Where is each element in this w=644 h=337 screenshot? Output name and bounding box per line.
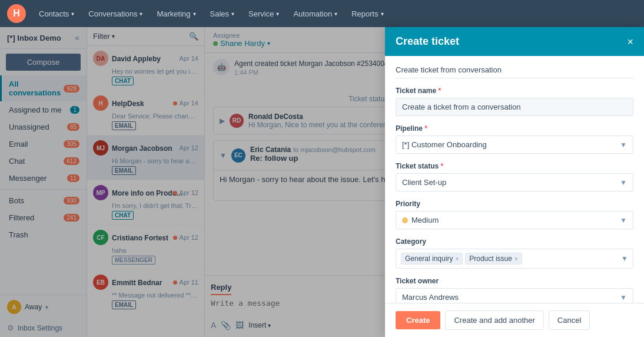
- category-tags[interactable]: General inquiry × Product issue × ▼: [396, 249, 633, 269]
- ticket-status-label: Ticket status *: [396, 162, 633, 170]
- chevron-down-icon: ▾: [193, 11, 196, 17]
- category-label: Category: [396, 237, 633, 246]
- cancel-button[interactable]: Cancel: [549, 310, 590, 330]
- nav-contacts[interactable]: Contacts ▾: [33, 0, 80, 27]
- priority-field: Priority Medium ▼: [396, 200, 633, 229]
- close-icon[interactable]: ×: [627, 37, 633, 47]
- nav-sales[interactable]: Sales ▾: [204, 0, 241, 27]
- create-ticket-panel: Create ticket × Create ticket from conve…: [385, 27, 644, 337]
- tag-remove-icon[interactable]: ×: [514, 256, 518, 262]
- top-nav: H Contacts ▾ Conversations ▾ Marketing ▾…: [0, 0, 644, 27]
- nav-automation[interactable]: Automation ▾: [287, 0, 343, 27]
- pipeline-field: Pipeline * [*] Customer Onboarding ▼: [396, 124, 633, 154]
- tag-remove-icon[interactable]: ×: [455, 256, 459, 262]
- panel-title: Create ticket: [396, 35, 459, 48]
- nav-conversations[interactable]: Conversations ▾: [82, 0, 148, 27]
- chevron-down-icon: ▼: [620, 141, 627, 149]
- ticket-status-field: Ticket status * Client Set-up ▼: [396, 162, 633, 191]
- logo-icon: H: [13, 8, 20, 19]
- chevron-down-icon: ▼: [620, 216, 627, 224]
- chevron-down-icon: ▼: [621, 255, 628, 263]
- priority-label: Priority: [396, 200, 633, 208]
- priority-dot-icon: [402, 217, 408, 223]
- ticket-name-input[interactable]: [396, 98, 633, 116]
- chevron-down-icon: ▾: [276, 11, 279, 17]
- panel-body: Create ticket from conversation Ticket n…: [385, 56, 644, 303]
- nav-service[interactable]: Service ▾: [243, 0, 285, 27]
- chevron-down-icon: ▾: [334, 11, 337, 17]
- ticket-name-field: Ticket name *: [396, 87, 633, 116]
- modal-overlay: Create ticket × Create ticket from conve…: [0, 27, 644, 337]
- create-and-another-button[interactable]: Create and add another: [445, 310, 543, 330]
- chevron-down-icon: ▾: [231, 11, 234, 17]
- chevron-down-icon: ▾: [71, 11, 74, 17]
- chevron-down-icon: ▼: [620, 179, 627, 187]
- ticket-status-select[interactable]: Client Set-up ▼: [396, 173, 633, 191]
- panel-subtitle: Create ticket from conversation: [396, 65, 633, 78]
- pipeline-select[interactable]: [*] Customer Onboarding ▼: [396, 136, 633, 154]
- panel-footer: Create Create and add another Cancel: [385, 303, 644, 337]
- ticket-owner-field: Ticket owner Marcus Andrews ▼: [396, 277, 633, 303]
- tag-general-inquiry: General inquiry ×: [401, 253, 463, 265]
- chevron-down-icon: ▼: [620, 293, 627, 302]
- nav-reports[interactable]: Reports ▾: [346, 0, 390, 27]
- create-button[interactable]: Create: [396, 311, 440, 329]
- priority-select[interactable]: Medium ▼: [396, 211, 633, 229]
- main-layout: [*] Inbox Demo « Compose All conversatio…: [0, 27, 644, 337]
- ticket-owner-select[interactable]: Marcus Andrews ▼: [396, 288, 633, 303]
- category-field: Category General inquiry × Product issue…: [396, 237, 633, 269]
- ticket-name-label: Ticket name *: [396, 87, 633, 95]
- tag-product-issue: Product issue ×: [465, 253, 522, 265]
- nav-marketing[interactable]: Marketing ▾: [151, 0, 201, 27]
- logo[interactable]: H: [7, 4, 26, 23]
- chevron-down-icon: ▾: [381, 11, 384, 17]
- pipeline-label: Pipeline *: [396, 124, 633, 133]
- panel-header: Create ticket ×: [385, 27, 644, 56]
- ticket-owner-label: Ticket owner: [396, 277, 633, 285]
- chevron-down-icon: ▾: [140, 11, 142, 17]
